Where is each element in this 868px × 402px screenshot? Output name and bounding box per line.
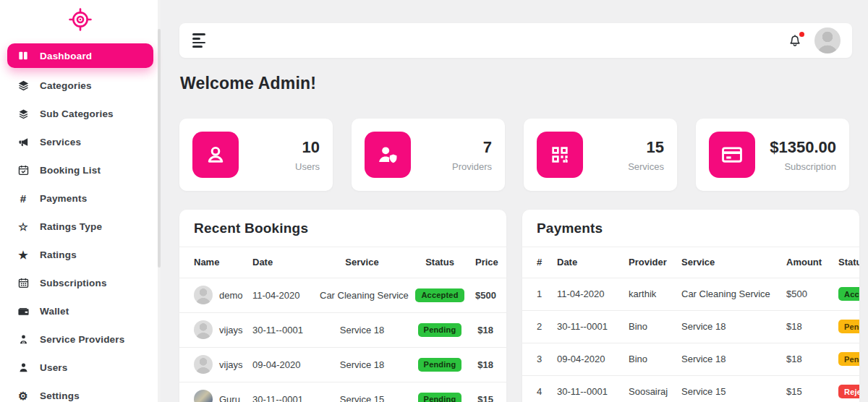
sidebar-menu: Dashboard Categories Sub Categories xyxy=(0,36,161,402)
sidebar-item-services[interactable]: Services xyxy=(7,128,153,156)
layers-icon xyxy=(16,108,30,120)
sidebar-scrollbar[interactable] xyxy=(158,29,161,268)
payment-amount: $15 xyxy=(783,375,835,402)
booking-name: vijays xyxy=(219,359,243,370)
stat-value: 7 xyxy=(452,138,492,157)
stat-value: $1350.00 xyxy=(770,138,836,157)
booking-service: Car Cleaning Service xyxy=(317,278,407,312)
sidebar-item-dashboard[interactable]: Dashboard xyxy=(7,43,153,68)
star-outline-icon: ☆ xyxy=(16,221,30,232)
booking-name: demo xyxy=(219,290,243,301)
payment-num: 4 xyxy=(522,375,554,402)
table-row: 3 09-04-2020 Bino Service 18 $18 Pending xyxy=(522,343,859,375)
provider-person-icon xyxy=(16,333,30,346)
status-badge: Pending xyxy=(418,393,462,402)
dashboard-icon xyxy=(16,50,30,61)
avatar xyxy=(194,320,213,339)
sidebar-item-label: Sub Categories xyxy=(40,108,114,119)
payment-date: 30-11--0001 xyxy=(554,310,626,343)
stat-label: Providers xyxy=(452,161,492,172)
payment-amount: $18 xyxy=(783,343,835,375)
sidebar-item-booking-list[interactable]: Booking List xyxy=(7,156,153,184)
booking-service: Service 15 xyxy=(317,382,407,402)
stat-label: Services xyxy=(628,161,664,172)
recent-bookings-table: Name Date Service Status Price demo 11-0… xyxy=(179,247,506,402)
payment-num: 1 xyxy=(522,278,554,310)
column-header: Status xyxy=(407,247,472,278)
sidebar-item-service-providers[interactable]: Service Providers xyxy=(7,325,153,354)
sidebar-item-label: Payments xyxy=(40,193,87,204)
payment-service: Service 18 xyxy=(678,310,783,343)
credit-card-icon xyxy=(709,132,755,178)
table-row: demo 11-04-2020 Car Cleaning Service Acc… xyxy=(179,278,506,312)
layers-icon xyxy=(16,80,30,92)
user-icon xyxy=(16,362,30,374)
column-header: Amount xyxy=(783,247,835,278)
payment-provider: Bino xyxy=(626,343,678,375)
hash-icon: # xyxy=(16,193,30,204)
gear-icon: ⚙ xyxy=(16,390,30,401)
sidebar-item-subscriptions[interactable]: Subscriptions xyxy=(7,269,153,297)
booking-name: vijays xyxy=(219,325,243,335)
app-logo xyxy=(0,0,161,36)
booking-service: Service 18 xyxy=(317,347,407,382)
column-header: # xyxy=(522,247,554,278)
payment-date: 09-04-2020 xyxy=(554,343,626,375)
sidebar-item-label: Ratings xyxy=(40,249,77,260)
payment-amount: $18 xyxy=(783,310,835,343)
hamburger-menu-icon[interactable] xyxy=(192,33,205,47)
payment-service: Service 15 xyxy=(678,375,783,402)
sidebar-item-settings[interactable]: ⚙ Settings xyxy=(7,382,153,402)
column-header: Date xyxy=(250,247,317,278)
status-badge: Pending xyxy=(418,323,462,337)
table-row: Guru 30-11--0001 Service 15 Pending $15 xyxy=(179,382,506,402)
payment-num: 2 xyxy=(522,310,554,343)
booking-date: 30-11--0001 xyxy=(250,382,317,402)
sidebar-item-users[interactable]: Users xyxy=(7,354,153,382)
sidebar-item-sub-categories[interactable]: Sub Categories xyxy=(7,100,153,128)
status-badge: Rejected xyxy=(838,385,859,398)
page-title: Welcome Admin! xyxy=(180,74,316,93)
target-crosshair-logo-icon xyxy=(64,4,96,38)
notification-dot xyxy=(799,32,804,37)
table-row: vijays 30-11--0001 Service 18 Pending $1… xyxy=(179,312,506,347)
megaphone-icon xyxy=(16,136,30,148)
column-header: Name xyxy=(179,247,250,278)
booking-date: 11-04-2020 xyxy=(250,278,317,312)
sidebar-item-categories[interactable]: Categories xyxy=(7,72,153,100)
stats-row: 10 Users 7 Providers 15 S xyxy=(179,119,852,191)
booking-service: Service 18 xyxy=(317,312,407,347)
topbar xyxy=(179,23,852,58)
payment-date: 11-04-2020 xyxy=(554,278,626,310)
provider-shield-icon xyxy=(365,132,411,178)
stat-card-subscription: $1350.00 Subscription xyxy=(696,119,849,191)
booking-price: $15 xyxy=(472,382,506,402)
sidebar-item-payments[interactable]: # Payments xyxy=(7,184,153,213)
sidebar-item-label: Settings xyxy=(40,390,80,401)
column-header: Price xyxy=(472,247,506,278)
payments-card: Payments # Date Provider Service Amount … xyxy=(522,210,859,402)
payment-date: 30-11--0001 xyxy=(554,375,626,402)
sidebar-item-label: Booking List xyxy=(40,165,101,176)
notification-bell-icon[interactable] xyxy=(787,33,803,48)
payment-service: Service 18 xyxy=(678,343,783,375)
stat-card-services: 15 Services xyxy=(524,119,677,191)
sidebar-item-label: Categories xyxy=(40,80,92,91)
table-header-row: # Date Provider Service Amount Status xyxy=(522,247,859,278)
sidebar-item-label: Services xyxy=(40,137,81,147)
payment-provider: Bino xyxy=(626,310,678,343)
calendar-check-icon xyxy=(16,164,30,176)
sidebar-item-ratings-type[interactable]: ☆ Ratings Type xyxy=(7,213,153,241)
booking-date: 30-11--0001 xyxy=(250,312,317,347)
calendar-icon xyxy=(16,277,30,289)
booking-price: $500 xyxy=(472,278,506,312)
user-avatar[interactable] xyxy=(814,27,841,54)
table-row: 4 30-11--0001 Soosairaj Service 15 $15 R… xyxy=(522,375,859,402)
column-header: Provider xyxy=(626,247,678,278)
status-badge: Accepted xyxy=(838,287,859,301)
payment-service: Car Cleaning Service xyxy=(678,278,783,310)
sidebar-item-ratings[interactable]: ★ Ratings xyxy=(7,241,153,269)
sidebar-item-wallet[interactable]: Wallet xyxy=(7,297,153,325)
sidebar-item-label: Users xyxy=(40,362,68,373)
booking-price: $18 xyxy=(472,312,506,347)
